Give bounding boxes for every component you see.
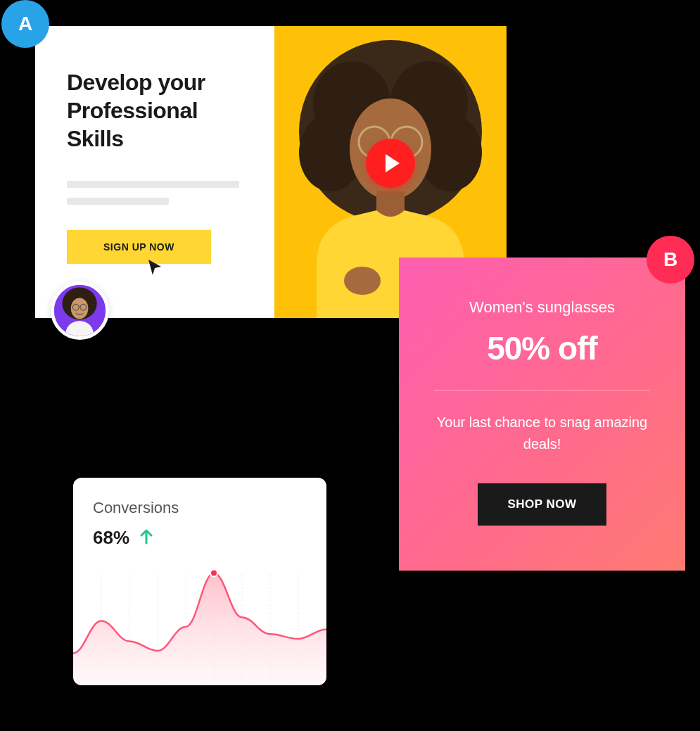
conversions-value: 68%: [93, 527, 129, 549]
landing-title: Develop your Professional Skills: [67, 68, 246, 153]
placeholder-line: [67, 181, 239, 188]
placeholder-lines: [67, 181, 246, 205]
conversions-card: Conversions 68%: [73, 478, 326, 685]
conversions-chart: [73, 560, 326, 685]
conversions-value-row: 68%: [93, 527, 307, 549]
signup-button[interactable]: SIGN UP NOW: [67, 230, 211, 264]
promo-card-b: Women's sunglasses 50% off Your last cha…: [399, 258, 685, 571]
svg-point-12: [344, 267, 381, 295]
svg-point-27: [210, 570, 217, 577]
avatar: [51, 281, 109, 340]
promo-subtitle: Women's sunglasses: [427, 298, 657, 317]
promo-description: Your last chance to snag amazing deals!: [427, 412, 657, 455]
promo-title: 50% off: [427, 329, 657, 367]
landing-left-panel: Develop your Professional Skills SIGN UP…: [35, 26, 274, 318]
divider: [434, 390, 650, 390]
svg-point-16: [71, 298, 89, 319]
conversions-title: Conversions: [93, 499, 307, 517]
play-icon: [386, 154, 400, 172]
placeholder-line: [67, 198, 169, 205]
trend-up-icon: [139, 528, 153, 548]
shop-now-button[interactable]: SHOP NOW: [478, 483, 606, 526]
badge-a: A: [1, 0, 49, 48]
badge-b: B: [647, 236, 694, 284]
play-button[interactable]: [366, 139, 415, 188]
